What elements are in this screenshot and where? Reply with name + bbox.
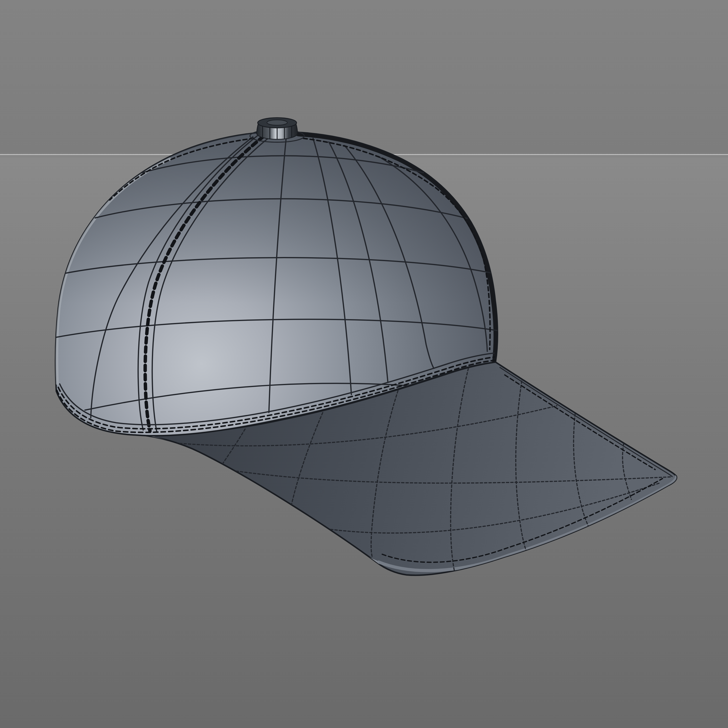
button-top-inner <box>267 120 287 125</box>
viewport-canvas[interactable] <box>0 0 728 728</box>
viewport <box>0 0 728 728</box>
